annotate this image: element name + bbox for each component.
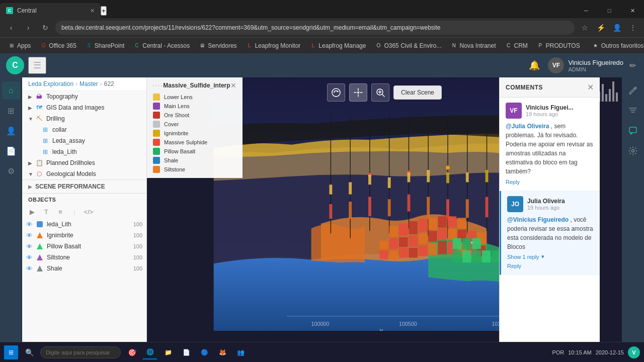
tree-item-geo-models[interactable]: ▼ ⬡ Geological Models (22, 168, 146, 179)
tree-item-planned[interactable]: ▶ 📋 Planned Drillholes (22, 157, 146, 168)
play-button[interactable]: ▶ (26, 206, 38, 218)
visibility-button[interactable]: 👁 (26, 254, 33, 261)
bookmark-crm[interactable]: C CRM (501, 41, 532, 51)
tree-item-gis[interactable]: ▶ 🗺 GIS Data and Images (22, 102, 146, 113)
breadcrumb-branch[interactable]: Master (79, 80, 98, 87)
tree-item-topography[interactable]: ▶ 🏔 Topography (22, 91, 146, 102)
taskbar-time: 10:15 AM (568, 349, 591, 355)
back-button[interactable]: ‹ (4, 21, 18, 35)
bookmark-office365[interactable]: O Office 365 (36, 41, 80, 51)
search-taskbar-button[interactable]: 🔍 (22, 345, 36, 359)
refresh-button[interactable]: ↻ (38, 21, 52, 35)
zoom-tool-button[interactable] (371, 83, 389, 102)
svg-rect-72 (389, 226, 398, 237)
close-window-button[interactable]: ✕ (621, 3, 644, 18)
bookmark-o365[interactable]: O O365 Civil & Enviro... (371, 41, 445, 51)
reply-button-1[interactable]: Reply (506, 179, 520, 185)
legend-close-button[interactable]: ✕ (230, 81, 236, 89)
taskbar-cortana[interactable]: 🎯 (125, 345, 139, 359)
svg-rect-81 (462, 250, 471, 262)
tree-item-leda-lith[interactable]: ⊞ leda_Lith (22, 146, 146, 157)
list-button[interactable]: ≡ (54, 206, 66, 218)
sidebar-item-home[interactable]: ⌂ (2, 81, 20, 100)
tree-item-leda-assay[interactable]: ⊞ Leda_assay ⊕ (22, 135, 146, 146)
visibility-button[interactable]: 👁 (26, 243, 33, 250)
svg-point-100 (632, 150, 634, 152)
visibility-button[interactable]: 👁 (26, 221, 33, 228)
bookmark-central[interactable]: C Central - Acessos (129, 41, 194, 51)
visibility-button[interactable]: 👁 (26, 265, 33, 273)
active-tab[interactable]: C Central ✕ (0, 3, 101, 18)
close-tab-button[interactable]: ✕ (90, 8, 95, 14)
bookmark-leapfrog-manage[interactable]: L Leapfrog Manage (305, 41, 370, 51)
taskbar-search[interactable] (40, 346, 121, 358)
rt-comments-button[interactable] (624, 122, 642, 140)
taskbar-teams[interactable]: 👥 (233, 345, 248, 359)
sidebar-item-tools[interactable]: ⚙ (2, 162, 20, 180)
visibility-button[interactable]: 👁 (26, 232, 33, 239)
rt-pencil-button[interactable] (624, 81, 642, 100)
tree-panel: Leda Exploration › Master › 622 ▶ 🏔 Topo… (22, 77, 147, 351)
orbit-tool-button[interactable] (327, 83, 345, 102)
bookmark-servidores[interactable]: 🖥 Servidores (195, 41, 240, 51)
bookmark-nova-intranet[interactable]: N Nova Intranet (446, 41, 500, 51)
shale-icon (36, 264, 44, 273)
bookmark-leapfrog-monitor-label: Leapfrog Monitor (255, 42, 301, 49)
topography-label: Topography (46, 93, 142, 100)
maximize-button[interactable]: □ (598, 3, 621, 18)
start-button[interactable]: ⊞ (4, 345, 18, 359)
produtos-icon: P (537, 42, 544, 49)
svg-rect-53 (409, 248, 417, 257)
bookmark-outros[interactable]: ★ Outros favoritos (588, 41, 644, 51)
svg-rect-65 (419, 233, 427, 244)
scene-performance-section[interactable]: ▶ SCENE PERFORMANCE (22, 179, 146, 193)
app-logo[interactable]: C (6, 56, 24, 74)
new-tab-button[interactable]: + (101, 6, 107, 16)
comments-close-button[interactable]: ✕ (587, 82, 594, 92)
svg-rect-63 (399, 237, 408, 247)
user-details: Vinicius Figueiredo ADMIN (568, 59, 623, 72)
taskbar-chrome[interactable]: 🔵 (197, 345, 211, 359)
address-input[interactable] (55, 21, 575, 35)
breadcrumb-project[interactable]: Leda Exploration (28, 80, 73, 87)
viewport-3d[interactable]: ···· Massive_Sulfide_interp ✕ Lower Lens… (147, 77, 622, 351)
menu-button[interactable]: ⋮ (626, 21, 640, 35)
bookmark-sharepoint[interactable]: S SharePoint (82, 41, 128, 51)
bookmark-leapfrog-manage-label: Leapfrog Manage (318, 42, 366, 49)
code-button[interactable]: </> (83, 206, 95, 218)
rt-filter-button[interactable] (624, 102, 642, 120)
rt-settings-button[interactable] (624, 142, 642, 160)
show-reply-button[interactable]: Show 1 reply ▾ (507, 253, 594, 260)
user-settings-button[interactable]: ✏ (627, 59, 638, 72)
forward-button[interactable]: › (21, 21, 35, 35)
bookmark-apps[interactable]: ⊞ Apps (4, 41, 35, 51)
object-name: Shale (47, 265, 130, 272)
pan-tool-button[interactable] (349, 83, 367, 102)
tree-item-drilling[interactable]: ▼ ⛏ Drilling (22, 113, 146, 124)
bookmark-produtos[interactable]: P PRODUTOS (533, 41, 584, 51)
bookmark-leapfrog-monitor[interactable]: L Leapfrog Monitor (242, 41, 305, 51)
text-button[interactable]: T (40, 206, 52, 218)
bookmark-button[interactable]: ☆ (578, 21, 592, 35)
minimize-button[interactable]: ─ (575, 3, 598, 18)
browser-chrome: C Central ✕ + ─ □ ✕ ‹ › ↻ ☆ ⚡ 👤 ⋮ ⊞ Apps… (0, 0, 644, 53)
gis-label: GIS Data and Images (46, 104, 142, 111)
sidebar-item-layers[interactable]: ⊞ (2, 102, 20, 120)
taskbar-explorer[interactable]: 📁 (161, 345, 175, 359)
notification-button[interactable]: 🔔 (525, 58, 544, 73)
tree-item-collar[interactable]: ⊞ collar ⊕ (22, 124, 146, 135)
taskbar-browser[interactable]: 🌐 (143, 345, 157, 359)
sidebar-item-users[interactable]: 👤 (2, 122, 20, 140)
clear-scene-button[interactable]: Clear Scene (393, 85, 442, 100)
object-item-ignimbrite: 👁 Ignimbrite 100 (22, 230, 146, 241)
reply-button-2[interactable]: Reply (507, 263, 521, 269)
sharepoint-icon: S (86, 42, 93, 49)
profile-button[interactable]: 👤 (610, 21, 624, 35)
taskbar-firefox[interactable]: 🦊 (215, 345, 229, 359)
taskbar-acrobat[interactable]: 📄 (179, 345, 193, 359)
extension-button[interactable]: ⚡ (594, 21, 608, 35)
hamburger-button[interactable]: ☰ (28, 57, 46, 74)
sidebar-item-documents[interactable]: 📄 (2, 142, 20, 160)
legend-color-lower-lens (153, 94, 160, 101)
comment-author-name-1: Vinicius Figuei... (526, 104, 594, 111)
